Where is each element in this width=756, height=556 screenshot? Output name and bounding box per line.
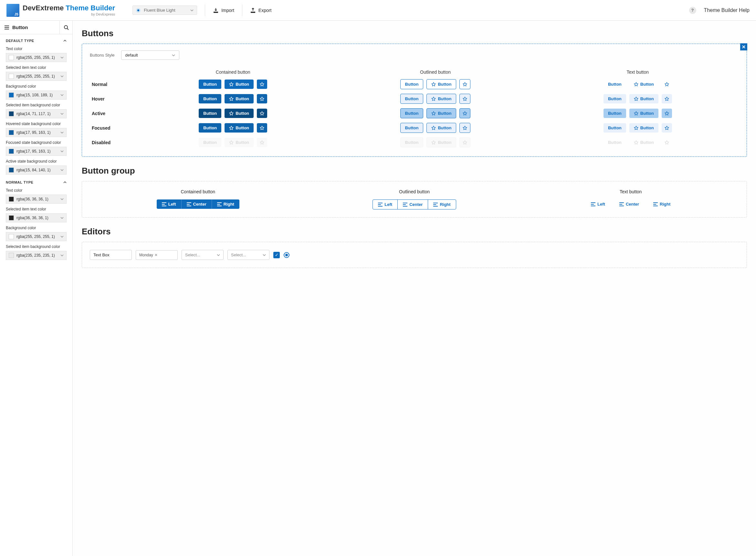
- tagbox-input[interactable]: Monday ✕: [136, 250, 178, 260]
- icon-button[interactable]: [662, 94, 672, 103]
- align-icon: [591, 202, 596, 206]
- button-with-icon[interactable]: Button: [225, 109, 254, 118]
- icon-button[interactable]: [662, 109, 672, 118]
- icon-button[interactable]: [257, 109, 267, 118]
- group-button-right[interactable]: Right: [428, 200, 456, 209]
- button[interactable]: Button: [199, 79, 221, 89]
- color-picker[interactable]: rgba(14, 71, 117, 1): [6, 109, 67, 118]
- button[interactable]: Button: [400, 108, 423, 118]
- tag-monday[interactable]: Monday ✕: [139, 253, 158, 257]
- button[interactable]: Button: [400, 94, 423, 104]
- close-button[interactable]: [740, 43, 747, 50]
- color-picker[interactable]: rgba(15, 84, 140, 1): [6, 166, 67, 175]
- chevron-up-icon: [63, 39, 67, 42]
- chevron-down-icon: [61, 168, 64, 172]
- select-1[interactable]: Select...: [182, 250, 224, 260]
- icon-button[interactable]: [257, 123, 267, 133]
- button[interactable]: Button: [199, 109, 221, 118]
- buttons-style-select[interactable]: default: [121, 50, 179, 60]
- group-button-left[interactable]: Left: [586, 200, 610, 209]
- textbox-input[interactable]: Text Box: [90, 250, 132, 260]
- color-picker[interactable]: rgba(255, 255, 255, 1): [6, 53, 67, 62]
- logo: DevExtreme Theme Builder by DevExpress: [6, 4, 115, 17]
- icon-button[interactable]: [257, 138, 267, 147]
- color-picker[interactable]: rgba(36, 36, 36, 1): [6, 195, 67, 204]
- color-picker[interactable]: rgba(255, 255, 255, 1): [6, 232, 67, 241]
- export-button[interactable]: Export: [250, 7, 271, 13]
- button[interactable]: Button: [604, 123, 626, 133]
- section-header[interactable]: DEFAULT TYPE: [6, 39, 67, 43]
- buttons-panel: Buttons Style default Contained buttonOu…: [82, 44, 747, 157]
- button[interactable]: Button: [400, 137, 423, 147]
- color-picker[interactable]: rgba(235, 235, 235, 1): [6, 251, 67, 260]
- group-button-left[interactable]: Left: [373, 200, 398, 209]
- section-header[interactable]: NORMAL TYPE: [6, 180, 67, 184]
- icon-button[interactable]: [459, 137, 470, 147]
- group-button-center[interactable]: Center: [182, 200, 212, 209]
- button-with-icon[interactable]: Button: [426, 79, 456, 89]
- button-with-icon[interactable]: Button: [426, 94, 456, 104]
- button-with-icon[interactable]: Button: [225, 123, 254, 133]
- button[interactable]: Button: [199, 94, 221, 103]
- button-with-icon[interactable]: Button: [629, 138, 658, 147]
- icon-button[interactable]: [662, 79, 672, 89]
- editors-heading: Editors: [82, 227, 747, 237]
- button-with-icon[interactable]: Button: [426, 137, 456, 147]
- button[interactable]: Button: [604, 79, 626, 89]
- icon-button[interactable]: [459, 94, 470, 104]
- color-picker[interactable]: rgba(15, 108, 189, 1): [6, 91, 67, 100]
- theme-select[interactable]: Fluent Blue Light: [133, 5, 197, 15]
- import-button[interactable]: Import: [213, 7, 234, 13]
- icon-button[interactable]: [459, 123, 470, 133]
- group-button-right[interactable]: Right: [212, 200, 239, 209]
- button[interactable]: Button: [604, 138, 626, 147]
- button-with-icon[interactable]: Button: [225, 138, 254, 147]
- icon-button[interactable]: [257, 79, 267, 89]
- search-button[interactable]: [60, 21, 72, 34]
- tag-remove-icon[interactable]: ✕: [154, 253, 158, 257]
- icon-button[interactable]: [459, 79, 470, 89]
- button[interactable]: Button: [604, 109, 626, 118]
- icon-button[interactable]: [662, 123, 672, 133]
- button-with-icon[interactable]: Button: [629, 123, 658, 133]
- button-with-icon[interactable]: Button: [225, 79, 254, 89]
- radio-button[interactable]: [284, 252, 290, 258]
- checkbox[interactable]: ✓: [273, 252, 280, 258]
- align-icon: [217, 202, 222, 206]
- chevron-down-icon: [61, 56, 64, 59]
- group-button-center[interactable]: Center: [398, 200, 428, 209]
- button-with-icon[interactable]: Button: [629, 94, 658, 103]
- icon-button[interactable]: [662, 138, 672, 147]
- chevron-down-icon: [61, 112, 64, 115]
- button-group-heading: Button group: [82, 166, 747, 176]
- icon-button[interactable]: [257, 94, 267, 103]
- star-icon: [229, 126, 234, 130]
- group-button-right[interactable]: Right: [648, 200, 676, 209]
- icon-button[interactable]: [459, 108, 470, 118]
- button-with-icon[interactable]: Button: [225, 94, 254, 103]
- button-with-icon[interactable]: Button: [426, 123, 456, 133]
- button[interactable]: Button: [604, 94, 626, 103]
- help-icon[interactable]: ?: [689, 7, 696, 14]
- button-with-icon[interactable]: Button: [629, 109, 658, 118]
- button[interactable]: Button: [400, 79, 423, 89]
- color-picker[interactable]: rgba(17, 95, 163, 1): [6, 147, 67, 156]
- color-picker[interactable]: rgba(255, 255, 255, 1): [6, 72, 67, 81]
- group-button-left[interactable]: Left: [157, 200, 182, 209]
- color-picker[interactable]: rgba(36, 36, 36, 1): [6, 213, 67, 222]
- color-picker[interactable]: rgba(17, 95, 163, 1): [6, 128, 67, 137]
- help-link[interactable]: Theme Builder Help: [704, 7, 750, 13]
- button[interactable]: Button: [400, 123, 423, 133]
- button-with-icon[interactable]: Button: [629, 79, 658, 89]
- star-icon: [463, 82, 467, 86]
- import-icon: [213, 7, 219, 13]
- button[interactable]: Button: [199, 123, 221, 133]
- group-button-center[interactable]: Center: [614, 200, 644, 209]
- product-by: by DevExpress: [23, 12, 115, 16]
- button-with-icon[interactable]: Button: [426, 108, 456, 118]
- select-2[interactable]: Select...: [227, 250, 269, 260]
- button[interactable]: Button: [199, 138, 221, 147]
- color-value: rgba(14, 71, 117, 1): [16, 111, 58, 116]
- menu-icon[interactable]: [4, 26, 9, 29]
- star-icon: [463, 140, 467, 145]
